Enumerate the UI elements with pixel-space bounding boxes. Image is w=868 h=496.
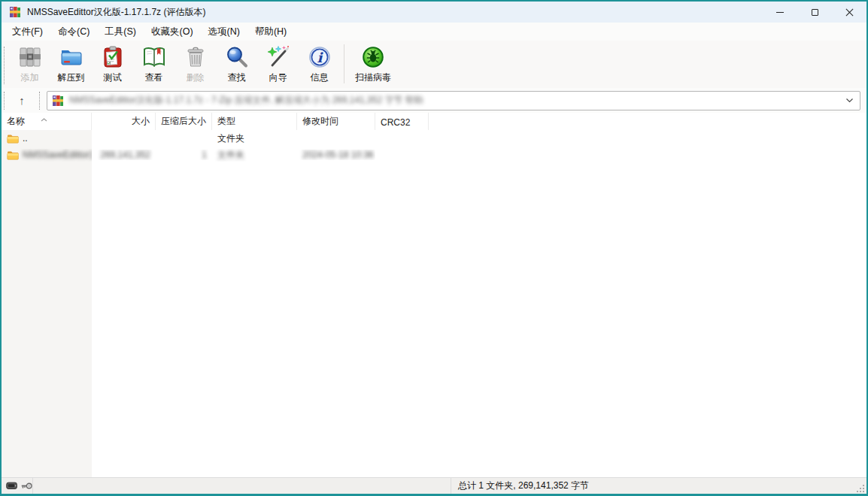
test-button[interactable]: 测试 (92, 43, 133, 84)
table-row[interactable]: NMSSaveEdittor汉化版269,141,3521文件夹2024-05-… (2, 147, 866, 163)
packed-value: 1 (202, 150, 207, 160)
minimize-button[interactable] (763, 2, 797, 23)
menu-options[interactable]: 选项(N) (201, 23, 247, 41)
menu-file[interactable]: 文件(F) (5, 23, 50, 41)
magic-wand-icon (266, 44, 291, 70)
up-one-level-button[interactable]: ↑ (9, 91, 35, 110)
type-cell: 文件夹 (212, 132, 297, 145)
maximize-icon (812, 9, 818, 16)
column-header-label: CRC32 (381, 117, 410, 128)
archive-icon (52, 95, 64, 107)
info-circle-icon: i (307, 44, 332, 70)
sort-ascending-icon (41, 118, 47, 122)
extract-label: 解压到 (58, 71, 85, 84)
column-header-modified[interactable]: 修改时间 (297, 113, 375, 130)
address-gripper[interactable] (4, 92, 7, 110)
info-label: 信息 (311, 71, 329, 84)
address-bar-row: ↑ NMSSaveEdittor汉化版-1.17.1.7z - 7-Zip 压缩… (2, 88, 866, 113)
scan-virus-label: 扫描病毒 (355, 71, 391, 84)
column-header-crc[interactable]: CRC32 (375, 113, 429, 130)
archive-path-combobox[interactable]: NMSSaveEdittor汉化版-1.17.1.7z - 7-Zip 压缩文件… (47, 91, 860, 110)
key-icon[interactable] (21, 481, 33, 491)
minimize-icon (776, 12, 784, 13)
menubar: 文件(F) 命令(C) 工具(S) 收藏夹(O) 选项(N) 帮助(H) (2, 23, 866, 41)
list-header: 名称大小压缩后大小类型修改时间CRC32 (2, 113, 866, 130)
menu-favorites[interactable]: 收藏夹(O) (144, 23, 201, 41)
winrar-app-icon (9, 6, 21, 18)
view-button[interactable]: 查看 (133, 43, 175, 84)
wizard-label: 向导 (269, 71, 287, 84)
magnifier-icon (224, 44, 250, 70)
column-header-label: 压缩后大小 (161, 115, 206, 128)
column-header-type[interactable]: 类型 (212, 113, 297, 130)
menu-help[interactable]: 帮助(H) (247, 23, 294, 41)
close-icon (845, 8, 854, 17)
name-value: .. (23, 133, 28, 144)
winrar-window: NMSSaveEdittor汉化版-1.17.1.7z (评估版本) 文件(F)… (0, 0, 868, 496)
scan-virus-button[interactable]: 扫描病毒 (348, 43, 398, 84)
modified-cell: 2024-05-18 10:36 (297, 150, 375, 160)
trash-icon (183, 44, 208, 70)
file-list: 名称大小压缩后大小类型修改时间CRC32 ..文件夹 NMSSaveEditto… (2, 113, 866, 477)
modified-value: 2024-05-18 10:36 (302, 150, 374, 160)
extract-button[interactable]: 解压到 (50, 43, 92, 84)
menu-commands[interactable]: 命令(C) (50, 23, 97, 41)
find-button[interactable]: 查找 (216, 43, 257, 84)
size-value: 269,141,352 (100, 150, 150, 160)
window-title: NMSSaveEdittor汉化版-1.17.1.7z (评估版本) (27, 6, 205, 19)
test-label: 测试 (104, 71, 122, 84)
toolbar-separator (344, 44, 344, 83)
table-row[interactable]: ..文件夹 (2, 130, 866, 147)
column-header-label: 类型 (217, 115, 235, 128)
column-header-packed[interactable]: 压缩后大小 (156, 113, 212, 130)
statusbar: 总计 1 文件夹, 269,141,352 字节 (2, 477, 866, 494)
archive-path-text: NMSSaveEdittor汉化版-1.17.1.7z - 7-Zip 压缩文件… (69, 94, 841, 107)
type-value: 文件夹 (217, 133, 244, 144)
list-rows: ..文件夹 NMSSaveEdittor汉化版269,141,3521文件夹20… (2, 130, 866, 163)
wizard-button[interactable]: 向导 (257, 43, 299, 84)
sorted-column-highlight (2, 130, 92, 477)
type-cell: 文件夹 (212, 149, 297, 162)
delete-button[interactable]: 删除 (175, 43, 216, 84)
type-value: 文件夹 (217, 150, 244, 160)
maximize-button[interactable] (797, 2, 832, 23)
toolbar: 添加 解压到 (2, 41, 866, 88)
archive-books-gray-icon (17, 44, 43, 70)
find-label: 查找 (228, 71, 246, 84)
virus-scan-icon (360, 44, 386, 70)
address-gripper-2[interactable] (39, 92, 42, 110)
open-book-icon (141, 44, 167, 70)
add-label: 添加 (21, 71, 39, 84)
size-cell: 269,141,352 (92, 150, 156, 160)
resize-grip[interactable] (857, 485, 865, 493)
add-button[interactable]: 添加 (9, 43, 50, 84)
folder-icon (7, 134, 19, 144)
column-header-size[interactable]: 大小 (92, 113, 156, 130)
menu-tools[interactable]: 工具(S) (97, 23, 144, 41)
name-cell: .. (2, 133, 92, 144)
column-header-label: 名称 (7, 115, 25, 128)
name-value: NMSSaveEdittor汉化版 (23, 149, 92, 162)
drive-icon[interactable] (6, 481, 18, 491)
close-button[interactable] (832, 2, 866, 23)
column-header-label: 修改时间 (302, 115, 338, 128)
toolbar-gripper[interactable] (4, 47, 7, 84)
info-button[interactable]: i 信息 (299, 43, 340, 84)
blue-folder-icon (59, 44, 84, 70)
folder-icon (7, 150, 19, 160)
statusbar-middle-panel (33, 478, 451, 494)
delete-label: 删除 (187, 71, 205, 84)
packed-cell: 1 (156, 150, 212, 160)
statusbar-total-text: 总计 1 文件夹, 269,141,352 字节 (451, 478, 866, 494)
chevron-down-icon[interactable] (845, 98, 854, 103)
name-cell: NMSSaveEdittor汉化版 (2, 149, 92, 162)
clipboard-check-icon (100, 44, 126, 70)
column-header-label: 大小 (132, 115, 150, 128)
titlebar: NMSSaveEdittor汉化版-1.17.1.7z (评估版本) (2, 2, 866, 23)
view-label: 查看 (145, 71, 163, 84)
statusbar-icons (2, 478, 33, 494)
